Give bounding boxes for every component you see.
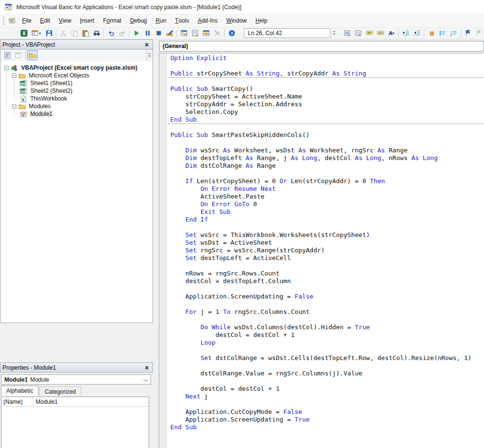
code-line[interactable]: Set destTopLeft = ActiveCell	[167, 254, 484, 262]
code-line[interactable]: dstColRange.Value = rngSrc.Columns(j).Va…	[167, 370, 484, 377]
module-window-icon[interactable]	[8, 17, 16, 25]
code-line[interactable]: Selection.Copy	[167, 108, 484, 116]
code-line[interactable]	[167, 224, 484, 231]
code-line[interactable]	[167, 170, 484, 177]
code-line[interactable]: Public Sub SmartCopy()	[167, 85, 484, 93]
view-object-button[interactable]	[13, 50, 24, 60]
menu-add-ins[interactable]: Add-Ins	[193, 14, 222, 27]
tab-alphabetic[interactable]: Alphabetic	[1, 386, 38, 396]
parameter-info-button[interactable]	[375, 28, 386, 38]
code-line[interactable]	[167, 77, 484, 85]
code-line[interactable]	[167, 316, 484, 324]
next-bookmark-button[interactable]	[473, 28, 484, 38]
project-explorer-button[interactable]	[178, 28, 190, 38]
code-line[interactable]: destCol = destCol + 1	[167, 385, 484, 393]
properties-panel-close-icon[interactable]: ×	[143, 364, 151, 371]
code-line[interactable]	[167, 300, 484, 308]
code-line[interactable]: For j = 1 To rngSrc.Columns.Count	[167, 308, 484, 316]
menu-tools[interactable]: Tools	[171, 14, 193, 27]
code-lines[interactable]: Option ExplicitPublic strCopySheet As St…	[167, 54, 484, 448]
comment-block-button[interactable]	[437, 28, 448, 38]
menu-format[interactable]: Format	[99, 14, 126, 27]
paste-button[interactable]	[80, 28, 91, 38]
code-line[interactable]: destCol = destCol + 1	[167, 331, 484, 339]
tree-item-sheet2[interactable]: Sheet2 (Sheet2)	[20, 87, 73, 95]
copy-button[interactable]	[69, 28, 80, 38]
code-line[interactable]	[167, 139, 484, 147]
code-line[interactable]: On Error GoTo 0	[167, 200, 484, 208]
code-line[interactable]: Set wsDst = ActiveSheet	[167, 239, 484, 247]
tree-item-excel-objects[interactable]: − Microsoft Excel Objects	[12, 72, 90, 79]
view-microsoft-excel-button[interactable]	[18, 28, 29, 38]
code-line[interactable]: destCol = destTopLeft.Column	[167, 277, 484, 285]
properties-object-dropdown[interactable]: Module1 Module	[1, 374, 151, 385]
code-line[interactable]: Set dstColRange = wsDst.Cells(destTopLef…	[167, 354, 484, 362]
help-button[interactable]: ?	[226, 28, 237, 38]
code-line[interactable]: strCopySheet = ActiveSheet.Name	[167, 93, 484, 100]
menu-debug[interactable]: Debug	[126, 14, 151, 27]
property-value-cell[interactable]: Module1	[33, 397, 149, 406]
run-sub-button[interactable]	[131, 28, 142, 38]
collapse-expander-icon[interactable]: −	[12, 74, 16, 78]
object-dropdown[interactable]: (General)	[159, 41, 484, 51]
code-line[interactable]	[167, 431, 484, 439]
code-line[interactable]: If Len(strCopySheet) = 0 Or Len(strCopyA…	[167, 177, 484, 185]
code-line[interactable]	[167, 347, 484, 354]
code-line[interactable]: Option Explicit	[167, 54, 484, 62]
code-line[interactable]: Dim dstColRange As Range	[167, 162, 484, 170]
menu-view[interactable]: View	[54, 14, 76, 27]
design-mode-button[interactable]	[164, 28, 175, 38]
break-button[interactable]	[142, 28, 153, 38]
properties-panel-header[interactable]: Properties - Module1 ×	[0, 362, 153, 373]
code-line[interactable]: Application.ScreenUpdating = True	[167, 416, 484, 423]
collapse-expander-icon[interactable]: −	[12, 104, 16, 109]
undo-button[interactable]	[105, 28, 116, 38]
indent-button[interactable]	[400, 28, 411, 38]
code-line[interactable]: End Sub	[167, 423, 484, 431]
menubar-grip-handle[interactable]	[3, 16, 4, 25]
code-line[interactable]: Application.CutCopyMode = False	[167, 408, 484, 416]
code-line[interactable]: Dim wsSrc As Worksheet, wsDst As Workshe…	[167, 147, 484, 154]
code-line[interactable]: Dim destTopLeft As Range, j As Long, des…	[167, 154, 484, 162]
list-constants-button[interactable]	[353, 28, 364, 38]
code-line[interactable]: Set rngSrc = wsSrc.Range(strCopyAddr)	[167, 247, 484, 254]
code-line[interactable]	[167, 124, 484, 131]
code-line[interactable]	[167, 377, 484, 385]
menu-insert[interactable]: Insert	[76, 14, 99, 27]
object-browser-button[interactable]	[201, 28, 212, 38]
tree-item-thisworkbook[interactable]: ThisWorkbook	[20, 95, 68, 102]
code-line[interactable]: Set wsSrc = ThisWorkbook.Worksheets(strC…	[167, 231, 484, 239]
menu-window[interactable]: Window	[222, 14, 251, 27]
code-line[interactable]: Public strCopySheet As String, strCopyAd…	[167, 70, 484, 77]
menu-file[interactable]: File	[18, 14, 36, 27]
code-line[interactable]: Loop	[167, 339, 484, 347]
uncomment-block-button[interactable]	[448, 28, 459, 38]
toolbar-overflow-chevron[interactable]: ▾	[331, 28, 337, 38]
collapse-expander-icon[interactable]: −	[4, 66, 9, 70]
code-line[interactable]	[167, 62, 484, 70]
tab-categorized[interactable]: Categorized	[39, 386, 81, 396]
reset-button[interactable]	[153, 28, 164, 38]
code-line[interactable]: On Error Resume Next	[167, 185, 484, 193]
redo-button[interactable]	[116, 28, 127, 38]
view-code-button[interactable]	[2, 50, 13, 60]
code-line[interactable]: Exit Sub	[167, 208, 484, 216]
tree-item-sheet1[interactable]: Sheet1 (Sheet1)	[20, 79, 73, 87]
toggle-folders-button[interactable]	[27, 50, 38, 60]
save-button[interactable]	[43, 28, 54, 38]
project-panel-header[interactable]: Project - VBAProject ×	[0, 39, 153, 50]
menu-edit[interactable]: Edit	[36, 14, 54, 27]
toggle-bookmark-button[interactable]	[462, 28, 473, 38]
list-properties-methods-button[interactable]	[342, 28, 353, 38]
toolbox-button[interactable]	[212, 28, 223, 38]
code-line[interactable]: nRows = rngSrc.Rows.Count	[167, 270, 484, 277]
code-line[interactable]	[167, 285, 484, 293]
cut-button[interactable]	[58, 28, 69, 38]
tree-item-vbaproject[interactable]: − VBAProject (Excel smart copy paste.xls…	[4, 64, 138, 72]
code-line[interactable]	[167, 262, 484, 270]
menu-help[interactable]: Help	[251, 14, 272, 27]
code-line[interactable]: Application.ScreenUpdating = False	[167, 293, 484, 300]
code-line[interactable]	[167, 362, 484, 370]
code-line[interactable]: ActiveSheet.Paste	[167, 193, 484, 200]
margin-indicator-bar[interactable]	[159, 53, 167, 448]
